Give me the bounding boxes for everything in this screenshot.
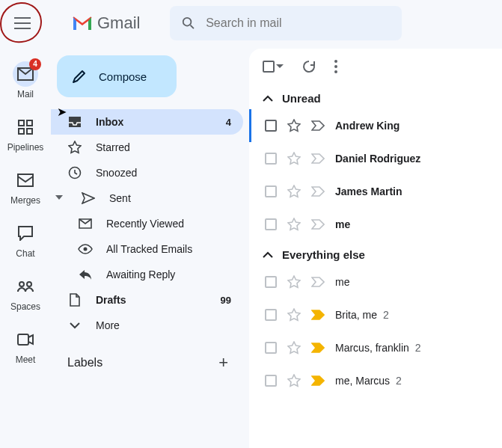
recently-viewed-icon: [78, 218, 93, 229]
section-header[interactable]: Everything else: [249, 241, 502, 266]
select-all-button[interactable]: [263, 61, 284, 73]
search-input[interactable]: [206, 16, 390, 30]
more-icon: [67, 322, 82, 329]
star-icon[interactable]: [287, 308, 301, 322]
rail-label: Pipelines: [7, 142, 44, 153]
svg-point-9: [84, 248, 88, 251]
sidebar-item-label: Recently Viewed: [106, 218, 184, 230]
sidebar-item-starred[interactable]: Starred: [51, 135, 243, 160]
row-checkbox[interactable]: [265, 153, 277, 165]
awaiting-reply-icon: [78, 269, 93, 280]
section-header[interactable]: Unread: [249, 85, 502, 109]
important-icon[interactable]: [311, 153, 325, 164]
sender: me: [335, 218, 489, 230]
snoozed-icon: [67, 166, 82, 179]
star-icon[interactable]: [287, 275, 301, 289]
section-title: Unread: [282, 92, 321, 105]
compose-button[interactable]: Compose: [57, 55, 177, 97]
mail-row[interactable]: Marcus, franklin 2: [249, 331, 502, 364]
svg-rect-3: [19, 129, 24, 134]
rail-item-pipelines[interactable]: Pipelines: [0, 110, 51, 157]
row-checkbox[interactable]: [265, 218, 277, 230]
meet-icon: [13, 327, 38, 352]
add-label-button[interactable]: +: [218, 353, 228, 372]
gmail-logo[interactable]: Gmail: [72, 13, 140, 33]
row-checkbox[interactable]: [265, 375, 277, 387]
sender: me: [335, 276, 489, 288]
rail-label: Meet: [16, 355, 36, 365]
sidebar-item-recently-viewed[interactable]: Recently Viewed: [51, 211, 243, 236]
sidebar-item-label: Snoozed: [96, 167, 137, 179]
sidebar-item-awaiting-reply[interactable]: Awaiting Reply: [51, 262, 243, 287]
item-count: 99: [221, 295, 231, 306]
svg-point-12: [334, 70, 337, 73]
sidebar-item-label: Awaiting Reply: [106, 269, 175, 280]
important-icon[interactable]: [311, 186, 325, 197]
refresh-icon[interactable]: [301, 59, 316, 74]
sidebar-item-tracked-emails[interactable]: All Tracked Emails: [51, 236, 243, 262]
important-icon[interactable]: [311, 310, 325, 320]
svg-point-6: [27, 282, 31, 286]
spaces-icon: [13, 274, 38, 299]
gmail-icon: [72, 16, 93, 31]
important-icon[interactable]: [311, 277, 325, 287]
rail-item-spaces[interactable]: Spaces: [0, 269, 51, 316]
rail-label: Mail: [17, 89, 34, 99]
star-icon[interactable]: [287, 374, 301, 387]
chevron-up-icon: [263, 95, 273, 102]
row-checkbox[interactable]: [265, 120, 277, 132]
checkbox-icon: [263, 61, 275, 73]
mail-row[interactable]: me: [249, 208, 502, 241]
chat-icon: [13, 221, 38, 246]
search-bar[interactable]: [170, 6, 402, 40]
rail-item-mail[interactable]: 4Mail: [0, 57, 51, 104]
rail-label: Chat: [16, 248, 34, 259]
more-icon[interactable]: [334, 60, 337, 73]
search-icon: [182, 16, 195, 31]
main-menu-button[interactable]: [6, 7, 39, 40]
sender: Daniel Rodriguez: [335, 153, 489, 165]
section-title: Everything else: [282, 248, 365, 261]
star-icon[interactable]: [287, 119, 301, 132]
row-checkbox[interactable]: [265, 276, 277, 288]
mail-row[interactable]: Brita, me 2: [249, 298, 502, 331]
nav-sidebar: Compose ➤ Inbox4StarredSnoozedSentRecent…: [51, 46, 249, 448]
sidebar-item-inbox[interactable]: Inbox4: [51, 109, 243, 135]
star-icon[interactable]: [287, 341, 301, 355]
row-checkbox[interactable]: [265, 342, 277, 354]
star-icon[interactable]: [287, 218, 301, 231]
labels-title: Labels: [67, 356, 102, 369]
star-icon[interactable]: [287, 185, 301, 198]
mail-row[interactable]: me: [249, 266, 502, 298]
star-icon[interactable]: [287, 152, 301, 165]
mail-row[interactable]: James Martin: [249, 175, 502, 208]
thread-count: 2: [393, 375, 402, 387]
sidebar-item-label: Drafts: [96, 294, 126, 306]
mail-row[interactable]: Andrew King: [249, 109, 502, 142]
app-rail: 4MailPipelinesMergesChatSpacesMeet: [0, 46, 51, 448]
row-checkbox[interactable]: [265, 309, 277, 321]
merges-icon: [13, 168, 38, 193]
important-icon[interactable]: [311, 219, 325, 230]
important-icon[interactable]: [311, 120, 325, 131]
mail-row[interactable]: me, Marcus 2: [249, 364, 502, 397]
rail-item-merges[interactable]: Merges: [0, 163, 51, 210]
sidebar-item-sent[interactable]: Sent: [51, 185, 243, 211]
rail-item-meet[interactable]: Meet: [0, 322, 51, 369]
sidebar-item-snoozed[interactable]: Snoozed: [51, 160, 243, 185]
sidebar-item-more[interactable]: More: [51, 313, 243, 338]
important-icon[interactable]: [311, 343, 325, 353]
mail-row[interactable]: Daniel Rodriguez: [249, 142, 502, 175]
svg-point-0: [183, 18, 192, 26]
sidebar-item-drafts[interactable]: Drafts99: [51, 287, 243, 313]
sender: James Martin: [335, 185, 489, 197]
important-icon[interactable]: [311, 375, 325, 386]
item-count: 4: [226, 117, 231, 128]
row-checkbox[interactable]: [265, 185, 277, 197]
rail-item-chat[interactable]: Chat: [0, 216, 51, 263]
svg-rect-2: [27, 120, 32, 126]
svg-point-5: [19, 282, 24, 286]
rail-label: Merges: [10, 195, 40, 206]
drafts-icon: [67, 293, 82, 307]
sender: Andrew King: [335, 120, 489, 132]
